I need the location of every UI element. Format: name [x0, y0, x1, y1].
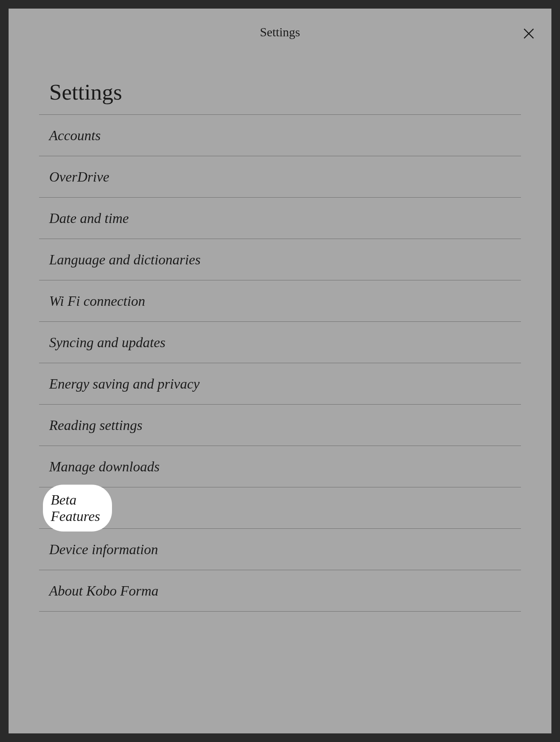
settings-item-label: Device information	[49, 541, 158, 558]
settings-item-wifi[interactable]: Wi Fi connection	[39, 280, 521, 322]
close-icon	[523, 27, 535, 40]
settings-item-label: Accounts	[49, 127, 101, 144]
header: Settings	[9, 9, 551, 55]
settings-item-device-info[interactable]: Device information	[39, 529, 521, 570]
settings-item-accounts[interactable]: Accounts	[39, 115, 521, 156]
settings-item-label: Syncing and updates	[49, 334, 165, 351]
settings-item-beta-features[interactable]: Beta Features	[39, 487, 521, 529]
settings-item-label: Date and time	[49, 210, 129, 227]
settings-panel: Settings Settings Accounts OverDrive Dat…	[9, 9, 551, 733]
close-button[interactable]	[521, 26, 537, 41]
settings-item-language[interactable]: Language and dictionaries	[39, 239, 521, 280]
settings-item-label: About Kobo Forma	[49, 583, 158, 599]
highlight-pill: Beta Features	[43, 485, 112, 532]
settings-item-label: Language and dictionaries	[49, 251, 201, 268]
settings-item-downloads[interactable]: Manage downloads	[39, 446, 521, 487]
settings-item-energy[interactable]: Energy saving and privacy	[39, 363, 521, 405]
content: Settings Accounts OverDrive Date and tim…	[9, 55, 551, 612]
page-title: Settings	[39, 79, 521, 114]
settings-item-reading[interactable]: Reading settings	[39, 405, 521, 446]
settings-item-label: Energy saving and privacy	[49, 376, 200, 392]
header-title: Settings	[260, 25, 300, 39]
settings-item-date-time[interactable]: Date and time	[39, 198, 521, 239]
settings-item-syncing[interactable]: Syncing and updates	[39, 322, 521, 363]
settings-item-about[interactable]: About Kobo Forma	[39, 570, 521, 612]
settings-list: Accounts OverDrive Date and time Languag…	[39, 114, 521, 612]
settings-item-label: Manage downloads	[49, 458, 160, 475]
settings-item-label: Beta Features	[51, 492, 100, 524]
settings-item-label: OverDrive	[49, 169, 109, 185]
settings-item-label: Reading settings	[49, 417, 142, 433]
settings-item-overdrive[interactable]: OverDrive	[39, 156, 521, 198]
settings-item-label: Wi Fi connection	[49, 293, 145, 309]
